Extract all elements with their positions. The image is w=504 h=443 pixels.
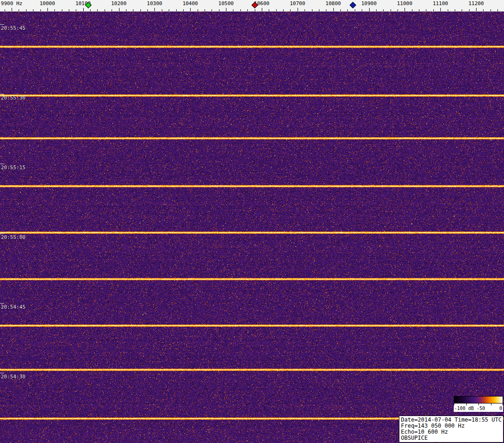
freq-tick [491, 9, 491, 11]
freq-tick [33, 9, 33, 11]
freq-tick [440, 8, 441, 11]
freq-tick [483, 9, 484, 11]
freq-tick [133, 9, 133, 11]
info-box: Date=2014-07-04 Time=18:55 UTC Freq=143 … [399, 416, 504, 443]
time-label: 20:54:30 [1, 374, 26, 380]
freq-tick [262, 8, 262, 11]
freq-label: 10500 [219, 0, 234, 7]
freq-tick [269, 9, 269, 11]
freq-label: 9900 Hz [1, 0, 22, 7]
freq-tick [326, 9, 326, 11]
freq-tick [290, 9, 291, 11]
freq-tick [119, 8, 119, 11]
time-tick [0, 164, 4, 164]
freq-tick [76, 9, 76, 11]
freq-tick [83, 8, 84, 11]
freq-tick [312, 9, 312, 11]
freq-tick [340, 9, 341, 11]
freq-tick [226, 8, 226, 11]
spectrogram-canvas[interactable] [0, 12, 504, 443]
color-scale-legend: -100 dB -50 0 [454, 396, 503, 412]
freq-label: 10000 [40, 0, 55, 7]
freq-tick [147, 9, 148, 11]
freq-tick [412, 9, 412, 11]
freq-label: 11000 [397, 0, 412, 7]
freq-tick [455, 9, 455, 11]
freq-tick [212, 9, 212, 11]
frequency-ruler[interactable]: 9900 Hz100001010010200103001040010500106… [0, 0, 504, 12]
time-label: 20:55:15 [1, 165, 26, 171]
waterfall-plot: 20:55:4520:55:3020:55:1520:55:0020:54:45… [0, 12, 504, 443]
freq-label: 10300 [147, 0, 162, 7]
freq-tick [12, 8, 12, 11]
freq-tick [433, 9, 434, 11]
freq-tick [469, 9, 470, 11]
freq-tick [333, 8, 334, 11]
color-scale-labels: -100 dB -50 0 [454, 405, 503, 412]
freq-tick [448, 9, 448, 11]
freq-tick [19, 9, 19, 11]
freq-label: 10800 [325, 0, 341, 7]
freq-label: 10700 [290, 0, 305, 7]
freq-tick [355, 9, 355, 11]
time-tick [0, 24, 4, 25]
time-label: 20:55:00 [1, 235, 26, 240]
freq-label: 11200 [468, 0, 484, 7]
legend-min-label: -100 dB [454, 406, 474, 411]
freq-tick [283, 9, 284, 11]
freq-tick [305, 9, 305, 11]
freq-tick [54, 9, 55, 11]
info-station-name: OBSUPICE [401, 435, 502, 441]
freq-tick [40, 9, 41, 11]
freq-tick [47, 8, 48, 11]
freq-tick [126, 9, 126, 11]
freq-tick [183, 9, 184, 11]
color-scale-gradient [454, 396, 503, 403]
freq-tick [154, 8, 155, 11]
freq-tick [476, 8, 477, 11]
freq-tick [347, 9, 348, 11]
freq-tick [198, 9, 198, 11]
freq-tick [105, 9, 105, 11]
freq-tick [205, 9, 205, 11]
freq-tick [255, 9, 255, 11]
freq-tick [369, 8, 370, 11]
time-tick [0, 373, 4, 373]
freq-tick [233, 9, 233, 11]
freq-tick [162, 9, 162, 11]
freq-tick [26, 9, 27, 11]
freq-tick [176, 9, 177, 11]
freq-tick [140, 9, 141, 11]
freq-tick [190, 8, 191, 11]
time-label: 20:55:45 [1, 26, 26, 31]
time-tick [0, 233, 4, 234]
time-tick [0, 94, 4, 94]
freq-tick [391, 9, 391, 11]
freq-tick [298, 8, 298, 11]
freq-label: 10900 [361, 0, 377, 7]
freq-tick [69, 9, 69, 11]
freq-tick [90, 9, 91, 11]
freq-tick [462, 9, 462, 11]
freq-tick [383, 9, 384, 11]
freq-label: 11100 [433, 0, 448, 7]
spectrogram-waterfall-app: 9900 Hz100001010010200103001040010500106… [0, 0, 504, 443]
time-label: 20:55:30 [1, 95, 26, 101]
freq-tick [405, 8, 405, 11]
freq-tick [426, 9, 426, 11]
freq-tick [376, 9, 377, 11]
freq-tick [398, 9, 398, 11]
marker-blue-diamond-icon[interactable] [350, 2, 356, 8]
freq-tick [276, 9, 277, 11]
legend-max-label: 0 [499, 406, 502, 411]
freq-tick [62, 9, 62, 11]
freq-tick [319, 9, 319, 11]
freq-tick [362, 9, 362, 11]
freq-label: 10400 [183, 0, 198, 7]
freq-tick [97, 9, 98, 11]
freq-tick [5, 9, 5, 11]
time-label: 20:54:45 [1, 304, 26, 310]
freq-tick [112, 9, 112, 11]
freq-tick [219, 9, 219, 11]
time-tick [0, 303, 4, 304]
